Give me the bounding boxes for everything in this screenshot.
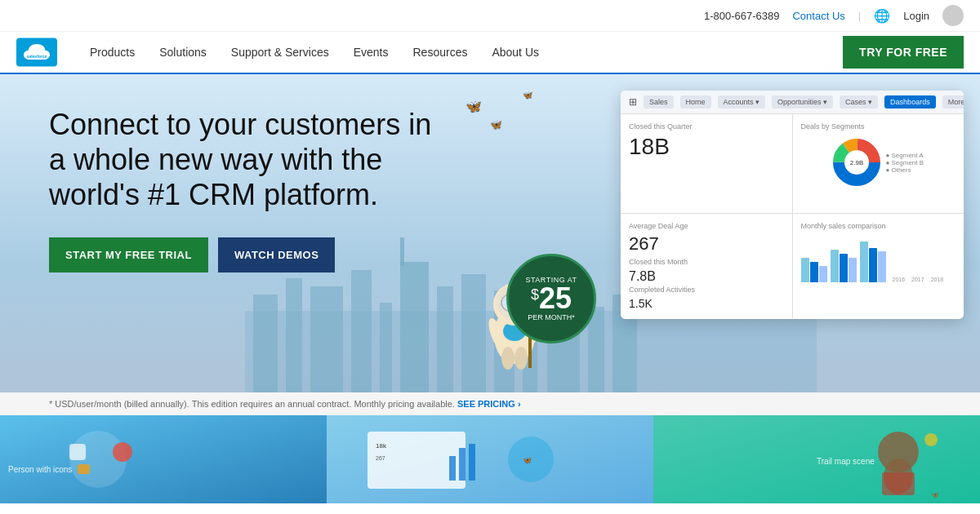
globe-icon[interactable]: 🌐: [874, 8, 890, 24]
nav-events[interactable]: Events: [354, 46, 389, 59]
top-bar: 1-800-667-6389 Contact Us | 🌐 Login: [0, 0, 980, 32]
dashboard-header: ⊞ Sales Home Accounts ▾ Opportunities ▾ …: [621, 91, 964, 114]
dash-tab-more[interactable]: More ▾: [942, 95, 964, 109]
card-2[interactable]: 18k 267 🦋: [327, 415, 653, 503]
svg-point-33: [501, 347, 514, 370]
nav-links: Products Solutions Support & Services Ev…: [90, 45, 843, 60]
nav-support[interactable]: Support & Services: [231, 46, 329, 59]
hero-headline: Connect to your customers in a whole new…: [49, 107, 441, 213]
svg-text:2.9B: 2.9B: [850, 159, 863, 166]
phone-number: 1-800-667-6389: [704, 10, 780, 22]
nav-about[interactable]: About Us: [492, 46, 539, 59]
butterfly-icon: 🦋: [466, 99, 482, 114]
dash-tab-sales[interactable]: Sales: [644, 95, 674, 109]
nav-resources[interactable]: Resources: [413, 46, 468, 59]
dollar-sign: $: [531, 287, 539, 302]
hero-buttons: START MY FREE TRIAL WATCH DEMOS: [49, 237, 441, 273]
trial-button[interactable]: START MY FREE TRIAL: [49, 237, 208, 273]
price-amount: 25: [539, 284, 572, 313]
nav-products[interactable]: Products: [90, 46, 135, 59]
footnote: * USD/user/month (billed annually). This…: [0, 392, 980, 415]
dash-tab-dashboards[interactable]: Dashboards: [884, 95, 936, 109]
svg-point-34: [514, 347, 528, 370]
dash-tab-cases[interactable]: Cases ▾: [840, 95, 878, 109]
svg-rect-9: [437, 286, 453, 392]
footnote-text: * USD/user/month (billed annually). This…: [49, 399, 455, 409]
bottom-cards: Person with icons 18k 267 🦋: [0, 415, 980, 503]
dashboard-mockup: ⊞ Sales Home Accounts ▾ Opportunities ▾ …: [621, 91, 964, 319]
svg-text:🦋: 🦋: [523, 455, 532, 465]
dash-tab-opportunities[interactable]: Opportunities ▾: [772, 95, 833, 109]
svg-point-39: [113, 442, 132, 462]
svg-rect-38: [69, 444, 86, 460]
dash-tab-home[interactable]: Home: [680, 95, 711, 109]
svg-rect-54: [882, 472, 915, 495]
svg-rect-47: [459, 448, 466, 481]
kpi-bar-chart: Monthly sales comparison: [793, 214, 964, 318]
svg-rect-3: [253, 295, 278, 392]
butterfly-icon-3: 🦋: [523, 91, 532, 100]
try-free-button[interactable]: TRY FOR FREE: [843, 36, 964, 69]
hero-section: Connect to your customers in a whole new…: [0, 74, 980, 392]
svg-rect-6: [351, 270, 372, 392]
price-badge: STARTING AT $ 25 PER MONTH*: [506, 254, 596, 343]
contact-us-link[interactable]: Contact Us: [792, 10, 844, 22]
dash-tab-accounts[interactable]: Accounts ▾: [718, 95, 766, 109]
butterfly-icon-2: 🦋: [490, 119, 502, 131]
svg-rect-40: [78, 464, 90, 474]
svg-rect-8: [400, 262, 429, 392]
svg-text:267: 267: [376, 455, 385, 461]
see-pricing-link[interactable]: SEE PRICING ›: [457, 399, 521, 409]
hero-text: Connect to your customers in a whole new…: [49, 107, 441, 273]
svg-rect-48: [469, 444, 475, 481]
dashboard-body: Closed this Quarter 18B Deals by Segment…: [621, 114, 964, 318]
login-link[interactable]: Login: [903, 10, 929, 22]
svg-rect-5: [310, 286, 343, 392]
svg-text:🦋: 🦋: [931, 490, 939, 498]
svg-rect-36: [0, 415, 327, 503]
svg-text:Person with icons: Person with icons: [8, 465, 72, 474]
demos-button[interactable]: WATCH DEMOS: [218, 237, 335, 273]
svg-point-56: [924, 433, 938, 446]
avatar: [942, 5, 964, 26]
main-nav: salesforce Products Solutions Support & …: [0, 32, 980, 74]
kpi-monthly-sales: Average Deal Age 267 Closed this Month 7…: [621, 214, 792, 318]
card-3[interactable]: Trail map scene 🦋: [653, 415, 980, 503]
svg-rect-46: [449, 456, 456, 481]
bar-chart: 201620172018: [801, 233, 956, 282]
card-1[interactable]: Person with icons: [0, 415, 327, 503]
svg-text:Trail map scene: Trail map scene: [817, 457, 875, 466]
svg-text:18k: 18k: [376, 442, 387, 450]
logo[interactable]: salesforce: [16, 32, 57, 73]
svg-text:salesforce: salesforce: [27, 54, 47, 59]
svg-rect-7: [380, 303, 392, 392]
price-per: PER MONTH*: [528, 313, 575, 321]
kpi-closed-quarter: Closed this Quarter 18B: [621, 114, 792, 213]
kpi-deals-segments: Deals by Segments 2.9B ● Segment A ● Seg…: [793, 114, 964, 213]
svg-rect-4: [286, 278, 302, 392]
nav-solutions[interactable]: Solutions: [159, 46, 207, 59]
